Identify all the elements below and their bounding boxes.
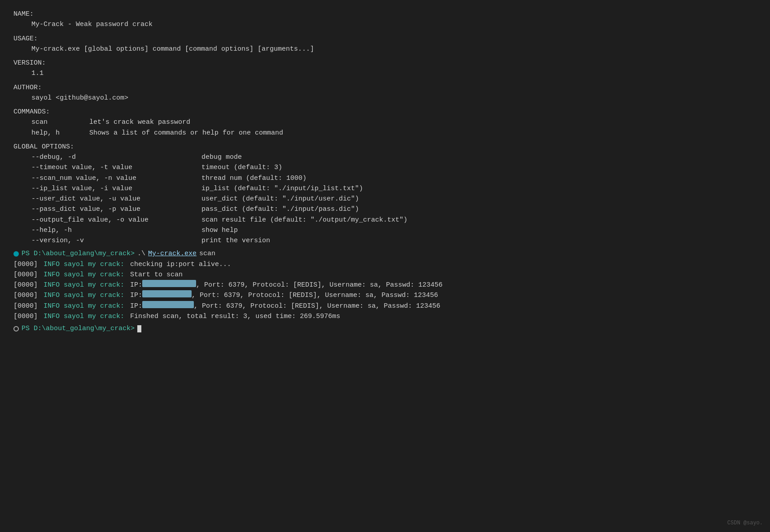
log-level: INFO sayol my crack: [39,270,124,280]
log-bracket: ] [34,301,38,311]
flag-timeout-desc: timeout (default: 3) [201,164,282,171]
log-level: INFO sayol my crack: [39,301,124,311]
flag-ip-list-desc: ip_list (default: "./input/ip_list.txt") [201,185,363,192]
log-msg: IP: [126,301,142,311]
flag-version-desc: print the version [201,237,270,244]
list-item: --user_dict value, -u value user_dict (d… [31,194,757,204]
flag-version: --version, -v [31,235,197,246]
list-item: --timeout value, -t value timeout (defau… [31,162,757,173]
log-bracket: ] [34,290,38,301]
log-bracket: [ [13,270,18,280]
name-section: NAME: My-Crack - Weak password crack [13,9,757,30]
log-bracket: [ [13,290,18,301]
log-line-5: [0000] INFO sayol my crack: IP: , Port: … [13,301,757,311]
log-level: INFO sayol my crack: [39,280,124,290]
version-header: VERSION: [13,58,757,68]
flag-output-file-desc: scan result file (default: "./output/my_… [201,216,407,224]
log-line-4: [0000] INFO sayol my crack: IP: , Port: … [13,290,757,301]
log-level: INFO sayol my crack: [39,290,124,301]
log-level: INFO sayol my crack: [39,259,124,270]
version-section: VERSION: 1.1 [13,58,757,79]
flag-user-dict: --user_dict value, -u value [31,194,197,204]
watermark: CSDN @sayo. [727,519,763,528]
global-options-header: GLOBAL OPTIONS: [13,142,757,152]
cmd-help-desc: Shows a list of commands or help for one… [89,129,283,137]
prompt-dot-hollow [13,326,19,331]
log-msg: Finshed scan, total result: 3, used time… [126,311,340,322]
log-msg: IP: [126,280,142,290]
cmd-scan: scan [31,117,85,127]
log-num: 0000 [18,301,34,311]
flag-help: --help, -h [31,225,197,235]
log-bracket: [ [13,311,18,322]
flag-pass-dict-desc: pass_dict (default: "./input/pass.dic") [201,205,359,213]
redacted-ip-3 [142,301,194,308]
log-area: [0000] INFO sayol my crack: checking ip:… [13,259,757,322]
list-item: scan let's crack weak password [31,117,757,127]
global-options-list: --debug, -d debug mode --timeout value, … [13,152,757,246]
log-num: 0000 [18,259,34,270]
commands-list: scan let's crack weak password help, h S… [13,117,757,138]
commands-section: COMMANDS: scan let's crack weak password… [13,107,757,138]
log-line-2: [0000] INFO sayol my crack: Start to sca… [13,270,757,280]
terminal-window: NAME: My-Crack - Weak password crack USA… [13,9,757,334]
prompt-dot-filled [13,251,19,257]
log-num: 0000 [18,280,34,290]
prompt1-cmd-exe: My-crack.exe [148,249,197,259]
log-msg: IP: [126,290,142,301]
prompt1-path: PS D:\about_golang\my_crack> [22,249,135,259]
flag-scan-num: --scan_num value, -n value [31,173,197,183]
log-num: 0000 [18,290,34,301]
flag-timeout: --timeout value, -t value [31,162,197,173]
usage-header: USAGE: [13,34,757,44]
redacted-ip-2 [142,290,192,297]
flag-scan-num-desc: thread num (default: 1000) [201,174,306,182]
commands-header: COMMANDS: [13,107,757,117]
flag-ip-list: --ip_list value, -i value [31,183,197,194]
log-msg: Start to scan [126,270,183,280]
list-item: --pass_dict value, -p value pass_dict (d… [31,204,757,214]
prompt1-cmd-prefix: .\ [137,249,145,259]
terminal-cursor [137,325,141,332]
log-num: 0000 [18,270,34,280]
prompt1-line: PS D:\about_golang\my_crack> .\My-crack.… [13,249,757,259]
list-item: --ip_list value, -i value ip_list (defau… [31,183,757,194]
author-header: AUTHOR: [13,83,757,93]
log-line-6: [0000] INFO sayol my crack: Finshed scan… [13,311,757,322]
log-bracket: ] [34,270,38,280]
log-bracket: [ [13,280,18,290]
redacted-ip-1 [142,280,196,287]
author-section: AUTHOR: sayol <github@sayol.com> [13,83,757,104]
log-num: 0000 [18,311,34,322]
usage-section: USAGE: My-crack.exe [global options] com… [13,34,757,55]
flag-debug: --debug, -d [31,152,197,162]
flag-debug-desc: debug mode [201,153,242,161]
list-item: --debug, -d debug mode [31,152,757,162]
list-item: --scan_num value, -n value thread num (d… [31,173,757,183]
log-line-3: [0000] INFO sayol my crack: IP: , Port: … [13,280,757,290]
flag-pass-dict: --pass_dict value, -p value [31,204,197,214]
log-line-1: [0000] INFO sayol my crack: checking ip:… [13,259,757,270]
list-item: --output_file value, -o value scan resul… [31,215,757,225]
log-bracket: [ [13,301,18,311]
cmd-help: help, h [31,128,85,138]
log-bracket: ] [34,280,38,290]
prompt1-cmd-arg: scan [199,249,215,259]
cmd-scan-desc: let's crack weak password [89,118,190,126]
log-msg-suffix: , Port: 6379, Protocol: [REDIS], Usernam… [196,280,442,290]
flag-help-desc: show help [201,227,238,234]
prompt2-line: PS D:\about_golang\my_crack> [13,323,757,334]
log-bracket: ] [34,311,38,322]
log-bracket: ] [34,259,38,270]
prompt2-path: PS D:\about_golang\my_crack> [22,323,135,334]
log-msg-suffix: , Port: 6379, Protocol: [REDIS], Usernam… [192,290,438,301]
name-header: NAME: [13,9,757,19]
global-options-section: GLOBAL OPTIONS: --debug, -d debug mode -… [13,142,757,246]
log-bracket: [ [13,259,18,270]
log-level: INFO sayol my crack: [39,311,124,322]
usage-content: My-crack.exe [global options] command [c… [13,44,757,54]
version-content: 1.1 [13,68,757,78]
log-msg-suffix: , Port: 6379, Protocol: [REDIS], Usernam… [194,301,440,311]
list-item: --help, -h show help [31,225,757,235]
author-content: sayol <github@sayol.com> [13,93,757,103]
